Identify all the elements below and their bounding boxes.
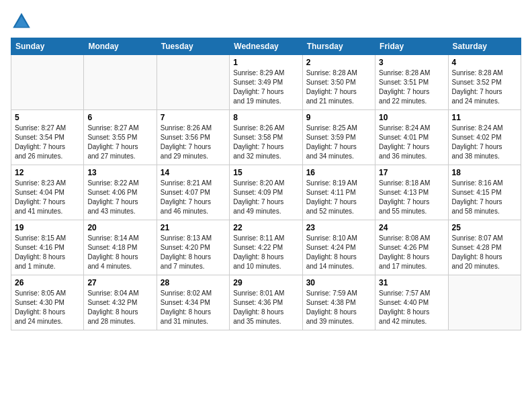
- calendar-day: 19Sunrise: 8:15 AMSunset: 4:16 PMDayligh…: [11, 220, 84, 275]
- day-number: 9: [306, 113, 371, 122]
- calendar-day: 18Sunrise: 8:16 AMSunset: 4:15 PMDayligh…: [448, 165, 521, 220]
- calendar-day: 17Sunrise: 8:18 AMSunset: 4:13 PMDayligh…: [375, 165, 448, 220]
- calendar-week-2: 5Sunrise: 8:27 AMSunset: 3:54 PMDaylight…: [11, 110, 521, 165]
- page-header: [11, 11, 521, 32]
- day-info: Sunrise: 8:24 AMSunset: 4:01 PMDaylight:…: [379, 124, 444, 161]
- calendar-day: [157, 55, 229, 110]
- calendar-day: 29Sunrise: 8:01 AMSunset: 4:36 PMDayligh…: [230, 275, 302, 330]
- calendar-day: 4Sunrise: 8:28 AMSunset: 3:52 PMDaylight…: [448, 55, 521, 110]
- weekday-header-saturday: Saturday: [448, 38, 521, 55]
- calendar-day: 24Sunrise: 8:08 AMSunset: 4:26 PMDayligh…: [375, 220, 448, 275]
- calendar-week-3: 12Sunrise: 8:23 AMSunset: 4:04 PMDayligh…: [11, 165, 521, 220]
- day-number: 25: [452, 223, 517, 232]
- day-info: Sunrise: 8:22 AMSunset: 4:06 PMDaylight:…: [87, 179, 152, 216]
- day-info: Sunrise: 8:02 AMSunset: 4:34 PMDaylight:…: [161, 289, 226, 326]
- calendar-table: SundayMondayTuesdayWednesdayThursdayFrid…: [11, 38, 521, 330]
- day-info: Sunrise: 8:18 AMSunset: 4:13 PMDaylight:…: [379, 179, 444, 216]
- weekday-header-sunday: Sunday: [11, 38, 84, 55]
- calendar-day: 7Sunrise: 8:26 AMSunset: 3:56 PMDaylight…: [157, 110, 229, 165]
- day-number: 27: [87, 278, 152, 287]
- weekday-header-wednesday: Wednesday: [230, 38, 302, 55]
- day-number: 2: [306, 58, 371, 67]
- calendar-day: 27Sunrise: 8:04 AMSunset: 4:32 PMDayligh…: [84, 275, 157, 330]
- calendar-day: 31Sunrise: 7:57 AMSunset: 4:40 PMDayligh…: [375, 275, 448, 330]
- calendar-day: 22Sunrise: 8:11 AMSunset: 4:22 PMDayligh…: [230, 220, 302, 275]
- day-info: Sunrise: 8:24 AMSunset: 4:02 PMDaylight:…: [452, 124, 517, 161]
- day-info: Sunrise: 8:19 AMSunset: 4:11 PMDaylight:…: [306, 179, 371, 216]
- logo-icon: [11, 11, 32, 32]
- day-number: 14: [161, 168, 226, 177]
- day-info: Sunrise: 8:15 AMSunset: 4:16 PMDaylight:…: [15, 234, 80, 271]
- calendar-body: 1Sunrise: 8:29 AMSunset: 3:49 PMDaylight…: [11, 55, 521, 330]
- calendar-day: 26Sunrise: 8:05 AMSunset: 4:30 PMDayligh…: [11, 275, 84, 330]
- day-info: Sunrise: 7:59 AMSunset: 4:38 PMDaylight:…: [306, 289, 371, 326]
- day-info: Sunrise: 8:10 AMSunset: 4:24 PMDaylight:…: [306, 234, 371, 271]
- day-number: 16: [306, 168, 371, 177]
- day-number: 28: [161, 278, 226, 287]
- day-info: Sunrise: 8:27 AMSunset: 3:55 PMDaylight:…: [87, 124, 152, 161]
- calendar-day: 11Sunrise: 8:24 AMSunset: 4:02 PMDayligh…: [448, 110, 521, 165]
- day-number: 10: [379, 113, 444, 122]
- day-info: Sunrise: 8:16 AMSunset: 4:15 PMDaylight:…: [452, 179, 517, 216]
- day-info: Sunrise: 8:01 AMSunset: 4:36 PMDaylight:…: [233, 289, 298, 326]
- day-info: Sunrise: 8:11 AMSunset: 4:22 PMDaylight:…: [233, 234, 298, 271]
- day-info: Sunrise: 8:13 AMSunset: 4:20 PMDaylight:…: [161, 234, 226, 271]
- day-number: 11: [452, 113, 517, 122]
- day-number: 6: [87, 113, 152, 122]
- day-info: Sunrise: 8:23 AMSunset: 4:04 PMDaylight:…: [15, 179, 80, 216]
- weekday-header-thursday: Thursday: [302, 38, 375, 55]
- calendar-day: [84, 55, 157, 110]
- day-number: 15: [233, 168, 298, 177]
- calendar-day: 25Sunrise: 8:07 AMSunset: 4:28 PMDayligh…: [448, 220, 521, 275]
- day-info: Sunrise: 8:20 AMSunset: 4:09 PMDaylight:…: [233, 179, 298, 216]
- calendar-day: 14Sunrise: 8:21 AMSunset: 4:07 PMDayligh…: [157, 165, 229, 220]
- day-number: 26: [15, 278, 80, 287]
- calendar-day: 21Sunrise: 8:13 AMSunset: 4:20 PMDayligh…: [157, 220, 229, 275]
- calendar-day: [11, 55, 84, 110]
- day-number: 30: [306, 278, 371, 287]
- weekday-header-row: SundayMondayTuesdayWednesdayThursdayFrid…: [11, 38, 521, 55]
- day-info: Sunrise: 8:04 AMSunset: 4:32 PMDaylight:…: [87, 289, 152, 326]
- day-info: Sunrise: 7:57 AMSunset: 4:40 PMDaylight:…: [379, 289, 444, 326]
- day-number: 23: [306, 223, 371, 232]
- day-number: 8: [233, 113, 298, 122]
- day-info: Sunrise: 8:29 AMSunset: 3:49 PMDaylight:…: [233, 68, 298, 106]
- calendar-day: 12Sunrise: 8:23 AMSunset: 4:04 PMDayligh…: [11, 165, 84, 220]
- calendar-day: 3Sunrise: 8:28 AMSunset: 3:51 PMDaylight…: [375, 55, 448, 110]
- day-number: 5: [15, 113, 80, 122]
- calendar-day: 8Sunrise: 8:26 AMSunset: 3:58 PMDaylight…: [230, 110, 302, 165]
- calendar-day: 13Sunrise: 8:22 AMSunset: 4:06 PMDayligh…: [84, 165, 157, 220]
- weekday-header-tuesday: Tuesday: [157, 38, 229, 55]
- calendar-week-4: 19Sunrise: 8:15 AMSunset: 4:16 PMDayligh…: [11, 220, 521, 275]
- day-number: 18: [452, 168, 517, 177]
- day-number: 7: [161, 113, 226, 122]
- calendar-day: 28Sunrise: 8:02 AMSunset: 4:34 PMDayligh…: [157, 275, 229, 330]
- calendar-day: 30Sunrise: 7:59 AMSunset: 4:38 PMDayligh…: [302, 275, 375, 330]
- calendar-week-5: 26Sunrise: 8:05 AMSunset: 4:30 PMDayligh…: [11, 275, 521, 330]
- calendar-day: 15Sunrise: 8:20 AMSunset: 4:09 PMDayligh…: [230, 165, 302, 220]
- calendar-day: 2Sunrise: 8:28 AMSunset: 3:50 PMDaylight…: [302, 55, 375, 110]
- day-number: 29: [233, 278, 298, 287]
- day-number: 1: [233, 58, 298, 67]
- day-number: 19: [15, 223, 80, 232]
- day-number: 12: [15, 168, 80, 177]
- calendar-day: 5Sunrise: 8:27 AMSunset: 3:54 PMDaylight…: [11, 110, 84, 165]
- day-info: Sunrise: 8:14 AMSunset: 4:18 PMDaylight:…: [87, 234, 152, 271]
- day-info: Sunrise: 8:25 AMSunset: 3:59 PMDaylight:…: [306, 124, 371, 161]
- day-number: 4: [452, 58, 517, 67]
- day-info: Sunrise: 8:28 AMSunset: 3:51 PMDaylight:…: [379, 68, 444, 106]
- day-number: 21: [161, 223, 226, 232]
- day-info: Sunrise: 8:28 AMSunset: 3:52 PMDaylight:…: [452, 68, 517, 106]
- day-info: Sunrise: 8:08 AMSunset: 4:26 PMDaylight:…: [379, 234, 444, 271]
- calendar-header: SundayMondayTuesdayWednesdayThursdayFrid…: [11, 38, 521, 55]
- day-info: Sunrise: 8:21 AMSunset: 4:07 PMDaylight:…: [161, 179, 226, 216]
- day-number: 22: [233, 223, 298, 232]
- weekday-header-monday: Monday: [84, 38, 157, 55]
- calendar-day: 23Sunrise: 8:10 AMSunset: 4:24 PMDayligh…: [302, 220, 375, 275]
- day-info: Sunrise: 8:26 AMSunset: 3:56 PMDaylight:…: [161, 124, 226, 161]
- day-number: 13: [87, 168, 152, 177]
- calendar-day: 10Sunrise: 8:24 AMSunset: 4:01 PMDayligh…: [375, 110, 448, 165]
- calendar-day: 1Sunrise: 8:29 AMSunset: 3:49 PMDaylight…: [230, 55, 302, 110]
- calendar-day: 9Sunrise: 8:25 AMSunset: 3:59 PMDaylight…: [302, 110, 375, 165]
- calendar-day: 6Sunrise: 8:27 AMSunset: 3:55 PMDaylight…: [84, 110, 157, 165]
